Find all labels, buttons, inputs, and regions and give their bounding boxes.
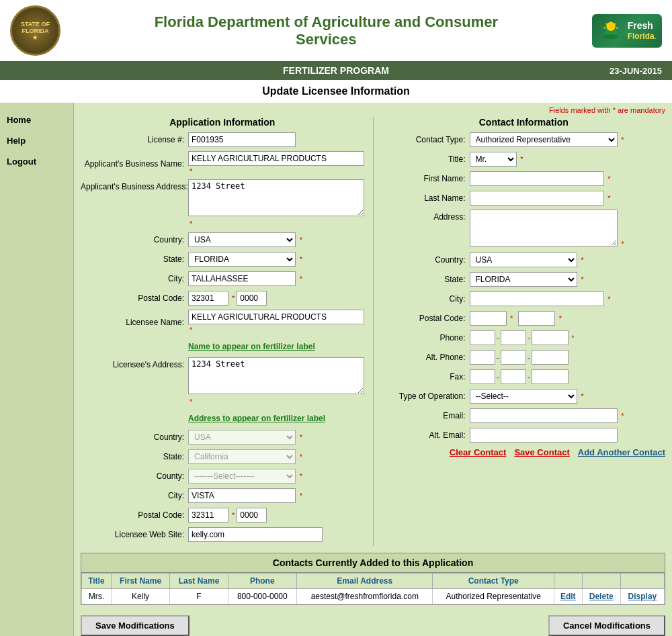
contact-email-asterisk: *: [621, 412, 624, 420]
contact-phone-area[interactable]: [470, 330, 495, 345]
contact-fax-prefix[interactable]: [501, 369, 526, 384]
seal-text: STATE OFFLORIDA★: [21, 21, 50, 41]
postal-field: *: [188, 291, 364, 306]
licensee-state-select[interactable]: California: [188, 449, 296, 464]
licensee-country-row: Country: USA *: [81, 429, 364, 445]
contact-type-select[interactable]: Authorized Representative: [470, 132, 618, 147]
altphone-dash2: -: [528, 353, 530, 363]
licensee-country-select[interactable]: USA: [188, 430, 296, 445]
fresh-text: Fresh: [628, 19, 657, 32]
licensee-city-label: City:: [81, 491, 188, 500]
sidebar-item-logout[interactable]: Logout: [3, 151, 70, 172]
florida-text: Florida.: [628, 32, 657, 42]
contact-title-asterisk: *: [520, 155, 523, 163]
contact-lastname-asterisk: *: [607, 194, 610, 202]
contact-phone-line[interactable]: [532, 330, 569, 345]
contacts-table-header: Contacts Currently Added to this Applica…: [81, 553, 665, 573]
licensee-postal-input[interactable]: [188, 508, 228, 523]
contact-phone-asterisk: *: [571, 334, 574, 342]
save-contact-button[interactable]: Save Contact: [514, 447, 569, 457]
licensee-name-field: *: [188, 310, 364, 334]
contact-country-asterisk: *: [581, 256, 583, 264]
contact-firstname-row: First Name: *: [382, 171, 666, 187]
phone-dash2: -: [528, 333, 530, 343]
website-row: Licensee Web Site:: [81, 527, 364, 543]
contact-lastname-label: Last Name:: [382, 193, 470, 203]
col-firstname: First Name: [111, 574, 170, 589]
licensee-name-link[interactable]: Name to appear on fertilizer label: [188, 342, 315, 351]
display-contact-link[interactable]: Display: [628, 592, 657, 601]
licensee-county-select[interactable]: -------Select-------: [188, 469, 296, 484]
license-label: License #:: [81, 135, 188, 144]
country-select[interactable]: USA: [188, 232, 296, 247]
license-row: License #:: [81, 132, 364, 148]
contact-address-textarea[interactable]: [470, 210, 618, 246]
website-input[interactable]: [188, 527, 323, 542]
contact-title-select[interactable]: Mr.: [470, 152, 517, 167]
cancel-modifications-button[interactable]: Cancel Modifications: [548, 615, 665, 636]
license-input[interactable]: [188, 132, 296, 147]
city-input[interactable]: [188, 271, 296, 286]
business-address-textarea[interactable]: 1234 Street: [188, 179, 364, 216]
license-field: [188, 132, 364, 147]
contact-country-select[interactable]: USA: [470, 253, 577, 267]
licensee-postal-label: Postal Code:: [81, 510, 188, 520]
header-title: Florida Department of Agriculture and Co…: [60, 13, 592, 48]
sidebar-item-help[interactable]: Help: [3, 130, 70, 151]
licensee-address-link[interactable]: Address to appear on fertilizer label: [188, 414, 325, 423]
state-select[interactable]: FLORIDA: [188, 252, 296, 267]
contact-altphone-prefix[interactable]: [501, 350, 526, 365]
contact-phone-prefix[interactable]: [501, 330, 526, 345]
licensee-postal-ext-input[interactable]: [237, 508, 267, 523]
contact-email-input[interactable]: [470, 408, 618, 423]
contact-state-row: State: FLORIDA *: [382, 271, 666, 287]
contact-altemail-input[interactable]: [470, 428, 618, 443]
licensee-city-input[interactable]: [188, 488, 296, 503]
licensee-state-asterisk: *: [300, 453, 302, 461]
clear-contact-button[interactable]: Clear Contact: [450, 447, 507, 457]
delete-contact-link[interactable]: Delete: [589, 592, 614, 601]
licensee-address-row: Licensee's Address: 1234 Street *: [81, 357, 364, 406]
contact-firstname-input[interactable]: [470, 171, 604, 186]
licensee-name-input[interactable]: [188, 310, 364, 324]
contacts-table: Title First Name Last Name Phone Email A…: [81, 573, 665, 604]
page-title: Update Licensee Information: [0, 80, 672, 103]
postal-ext-input[interactable]: [237, 291, 267, 306]
edit-contact-link[interactable]: Edit: [560, 592, 576, 601]
contact-operation-select[interactable]: --Select--: [470, 389, 577, 404]
contact-altphone-line[interactable]: [532, 350, 569, 365]
contact-fax-area[interactable]: [470, 369, 495, 384]
contact-fax-line[interactable]: [532, 369, 569, 384]
contact-city-input[interactable]: [470, 291, 604, 306]
licensee-address-textarea[interactable]: 1234 Street: [188, 357, 364, 394]
licensee-name-asterisk: *: [190, 326, 192, 334]
col-actions2: [582, 574, 620, 589]
licensee-address-label: Licensee's Address:: [81, 357, 188, 369]
business-address-label: Applicant's Business Address:: [81, 179, 188, 191]
business-address-asterisk: *: [190, 220, 192, 228]
contact-postal-ext-input[interactable]: [518, 311, 555, 326]
table-row: Mrs. Kelly F 800-000-0000 aestest@freshf…: [82, 589, 665, 604]
contact-altphone-label: Alt. Phone:: [382, 353, 470, 362]
contact-city-row: City: *: [382, 291, 666, 307]
program-date: 23-JUN-2015: [499, 66, 663, 76]
contact-firstname-asterisk: *: [607, 175, 610, 183]
col-email: Email Address: [297, 574, 433, 589]
save-modifications-button[interactable]: Save Modifications: [81, 615, 190, 636]
form-columns: Application Information License #: Appli…: [81, 117, 665, 546]
state-row: State: FLORIDA *: [81, 251, 364, 267]
contact-altphone-area[interactable]: [470, 350, 495, 365]
add-contact-button[interactable]: Add Another Contact: [578, 447, 665, 457]
sidebar-item-home[interactable]: Home: [3, 109, 70, 130]
col-lastname: Last Name: [170, 574, 228, 589]
contact-operation-row: Type of Operation: --Select-- *: [382, 388, 666, 404]
licensee-state-row: State: California *: [81, 449, 364, 465]
contact-lastname-input[interactable]: [470, 191, 604, 206]
contacts-table-section: Contacts Currently Added to this Applica…: [81, 553, 665, 605]
contact-country-label: Country:: [382, 255, 470, 265]
row-phone: 800-000-0000: [228, 589, 297, 604]
contact-postal-input[interactable]: [470, 311, 507, 326]
postal-input[interactable]: [188, 291, 228, 306]
contact-state-select[interactable]: FLORIDA: [470, 272, 577, 287]
business-name-input[interactable]: [188, 151, 364, 166]
